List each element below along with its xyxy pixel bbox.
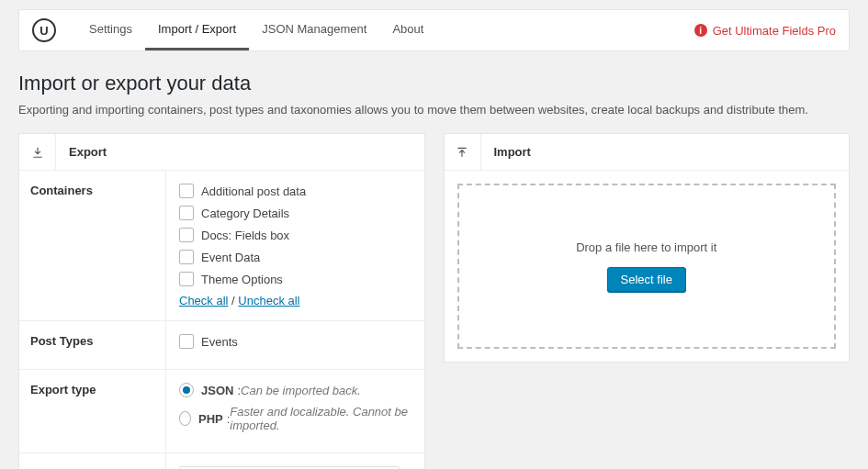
label-export-type: Export type <box>19 370 166 452</box>
body-export-type: JSON: Can be imported back. PHP: Faster … <box>166 370 424 452</box>
uncheck-all-link[interactable]: Uncheck all <box>238 294 299 307</box>
export-column: Export Containers Additional post data C… <box>18 133 425 469</box>
checkbox-icon <box>179 334 194 349</box>
radio-name: PHP <box>198 412 223 426</box>
label-post-types: Post Types <box>19 321 166 369</box>
checkbox-label: Theme Options <box>201 273 283 286</box>
export-type-json[interactable]: JSON: Can be imported back. <box>179 383 411 397</box>
row-textdomain: Textdomain Optional. Allows the exported… <box>19 453 424 469</box>
import-column: Import Drop a file here to import it Sel… <box>444 133 851 469</box>
checkbox-label: Additional post data <box>201 184 306 198</box>
checkbox-label: Category Details <box>201 207 289 220</box>
checkbox-icon <box>179 184 194 198</box>
select-file-button[interactable]: Select file <box>607 267 686 292</box>
import-dropzone[interactable]: Drop a file here to import it Select fil… <box>457 184 837 349</box>
main-columns: Export Containers Additional post data C… <box>18 133 850 469</box>
import-panel-header: Import <box>445 134 850 171</box>
row-export-type: Export type JSON: Can be imported back. … <box>19 370 424 453</box>
get-pro-link[interactable]: i Get Ultimate Fields Pro <box>694 24 836 38</box>
get-pro-label: Get Ultimate Fields Pro <box>713 24 836 38</box>
separator: / <box>228 294 238 307</box>
top-nav: U Settings Import / Export JSON Manageme… <box>18 9 850 51</box>
container-checkbox-event-data[interactable]: Event Data <box>179 250 411 264</box>
checkbox-icon <box>179 250 194 264</box>
container-checkbox-theme-options[interactable]: Theme Options <box>179 272 411 286</box>
label-textdomain: Textdomain Optional. Allows the exported… <box>19 453 166 469</box>
radio-icon <box>179 383 194 397</box>
tab-import-export[interactable]: Import / Export <box>145 10 249 50</box>
container-checkbox-category-details[interactable]: Category Details <box>179 206 411 220</box>
checkbox-icon <box>179 272 194 286</box>
checkbox-icon <box>179 206 194 220</box>
body-containers: Additional post data Category Details Do… <box>166 171 424 320</box>
page-title: Import or export your data <box>18 72 850 95</box>
container-checkbox-additional-post-data[interactable]: Additional post data <box>179 184 411 198</box>
app-logo: U <box>32 18 56 42</box>
radio-note: Faster and localizable. Cannot be import… <box>230 405 411 432</box>
nav-tabs: Settings Import / Export JSON Management… <box>76 10 436 50</box>
radio-name: JSON <box>201 384 233 397</box>
import-icon <box>445 134 481 170</box>
radio-icon <box>179 411 191 426</box>
tab-json-management[interactable]: JSON Management <box>249 10 379 50</box>
export-type-php[interactable]: PHP: Faster and localizable. Cannot be i… <box>179 405 411 432</box>
export-icon <box>19 134 56 170</box>
post-type-checkbox-events[interactable]: Events <box>179 334 411 349</box>
body-post-types: Events <box>166 321 424 369</box>
import-panel-title: Import <box>481 145 531 159</box>
label-containers: Containers <box>19 171 166 320</box>
radio-note: Can be imported back. <box>241 384 361 397</box>
import-panel: Import Drop a file here to import it Sel… <box>444 133 851 363</box>
checkbox-icon <box>179 228 194 242</box>
checkbox-label: Event Data <box>201 251 260 264</box>
export-panel: Export Containers Additional post data C… <box>18 133 425 469</box>
tab-settings[interactable]: Settings <box>76 10 145 50</box>
row-containers: Containers Additional post data Category… <box>19 171 424 321</box>
import-drop-text: Drop a file here to import it <box>576 240 716 254</box>
page-description: Exporting and importing containers, post… <box>18 103 850 117</box>
checkbox-label: Events <box>201 335 238 349</box>
info-icon: i <box>694 24 707 37</box>
export-panel-title: Export <box>56 145 107 159</box>
check-all-link[interactable]: Check all <box>179 294 228 307</box>
checkbox-label: Docs: Fields box <box>201 229 289 242</box>
container-checkbox-docs-fields-box[interactable]: Docs: Fields box <box>179 228 411 242</box>
container-bulk-actions: Check all / Uncheck all <box>179 294 411 307</box>
tab-about[interactable]: About <box>379 10 436 50</box>
export-panel-header: Export <box>19 134 424 171</box>
body-textdomain <box>166 453 424 469</box>
row-post-types: Post Types Events <box>19 321 424 370</box>
